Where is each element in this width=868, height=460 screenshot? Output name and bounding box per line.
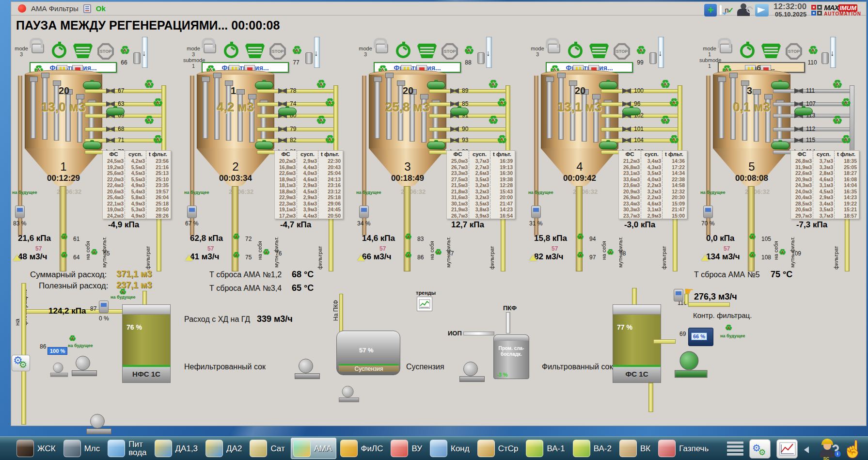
valve-69-percent[interactable]: 66 %	[691, 333, 707, 340]
filtration-mode-icon[interactable]	[589, 44, 609, 58]
drain-widget[interactable]	[794, 108, 813, 115]
recycle-icon[interactable]: ♻A	[841, 134, 852, 145]
taskbar-item-газпечь[interactable]: Газпечь	[656, 438, 712, 459]
drain-widget[interactable]	[83, 142, 101, 149]
top-valve-recycle-icon[interactable]: ♻A	[808, 45, 819, 56]
taskbar-item-да1,3[interactable]: ДА1,3	[153, 438, 202, 459]
padlock-icon[interactable]	[720, 44, 732, 53]
bottom-valve-actuator[interactable]	[187, 206, 197, 218]
settings-gears-button[interactable]: ⚙⚙	[12, 355, 30, 371]
top-valve-recycle-icon[interactable]: ♻A	[292, 45, 302, 56]
nfs-pump-2[interactable]	[50, 362, 68, 377]
recycle-icon-b3[interactable]: ♻A	[725, 324, 732, 332]
recycle-icon[interactable]: ♻A	[144, 79, 155, 90]
recycle-icon[interactable]: ♻A	[325, 134, 335, 145]
drain-widget[interactable]	[599, 81, 617, 89]
top-valve-recycle-icon[interactable]: ♻A	[464, 45, 474, 56]
recycle-icon[interactable]: ♻A	[61, 233, 68, 241]
filtration-mode-icon[interactable]	[761, 44, 781, 58]
recycle-icon[interactable]: ♻A	[144, 114, 155, 126]
drain-widget[interactable]	[450, 108, 469, 115]
drain-widget[interactable]	[427, 142, 445, 149]
drain-widget[interactable]	[771, 142, 789, 149]
padlock-icon[interactable]	[32, 44, 44, 53]
taskbar-item-млс[interactable]: Млс	[62, 438, 104, 459]
recycle-icon[interactable]: ♻A	[577, 233, 584, 241]
padlock-icon[interactable]	[376, 44, 388, 53]
recycle-icon[interactable]: ♻A	[405, 251, 412, 259]
stop-icon[interactable]: STOP	[269, 43, 286, 60]
drain-widget[interactable]	[278, 108, 297, 115]
top-valve-body[interactable]	[133, 52, 141, 64]
recycle-icon[interactable]: ♻A	[779, 248, 786, 256]
recycle-icon[interactable]: ♻A	[749, 251, 756, 259]
top-valve-body[interactable]	[305, 52, 313, 64]
recycle-icon[interactable]: ♻A	[497, 134, 507, 145]
drain-widget[interactable]	[83, 81, 101, 89]
top-valve-recycle-icon[interactable]: ♻A	[120, 45, 130, 56]
recycle-icon[interactable]: ♻A	[153, 97, 163, 109]
chat-icon[interactable]	[720, 6, 722, 15]
suspension-pump-2[interactable]	[339, 385, 359, 402]
stop-icon[interactable]: STOP	[614, 43, 630, 60]
filtration-mode-icon[interactable]	[417, 44, 437, 58]
operator-icon[interactable]	[736, 3, 752, 17]
stopwatch-icon[interactable]	[568, 44, 583, 58]
filtrate-pump[interactable]	[675, 350, 708, 378]
recycle-icon[interactable]: ♻A	[607, 248, 614, 256]
taskbar-item-сат[interactable]: Сат	[248, 438, 288, 459]
stopwatch-icon[interactable]	[396, 44, 410, 58]
recycle-icon[interactable]: ♻A	[61, 251, 68, 259]
recycle-icon[interactable]: ♻A	[316, 114, 327, 126]
drain-widget[interactable]	[599, 142, 617, 149]
bottom-valve-actuator[interactable]	[703, 206, 713, 218]
taskbar-gears-button[interactable]: ⚙⚙	[749, 439, 771, 459]
line-pump[interactable]	[86, 413, 111, 434]
top-valve-recycle-icon[interactable]: ♻A	[636, 45, 647, 56]
drain-widget[interactable]	[255, 81, 273, 89]
taskbar-trends-button[interactable]	[776, 439, 798, 459]
recycle-icon[interactable]: ♻A	[435, 248, 442, 256]
menu-lines-icon[interactable]	[727, 442, 743, 456]
prom-pump[interactable]	[459, 361, 485, 382]
padlock-icon[interactable]	[204, 44, 216, 53]
recycle-icon[interactable]: ♻A	[488, 114, 499, 126]
recycle-icon[interactable]: ♻A	[577, 251, 584, 259]
bottom-valve-actuator[interactable]	[359, 206, 369, 218]
recycle-icon[interactable]: ♻A	[749, 233, 756, 241]
filtration-mode-icon[interactable]	[73, 44, 93, 58]
top-valve-body[interactable]	[477, 52, 485, 64]
taskbar-item-пит-вода[interactable]: Пит вода	[106, 438, 150, 459]
taskbar-item-ва-2[interactable]: ВА-2	[571, 438, 615, 459]
trends-button[interactable]	[417, 297, 432, 311]
taskbar-item-филс[interactable]: ФиЛС	[338, 438, 387, 459]
recycle-icon[interactable]: ♻A	[669, 134, 679, 145]
taskbar-item-ама[interactable]: АМА	[291, 438, 336, 459]
taskbar-item-да2[interactable]: ДА2	[204, 438, 246, 459]
recycle-icon[interactable]: ♻A	[325, 97, 335, 109]
stopwatch-icon[interactable]	[740, 44, 755, 58]
taskbar-item-конд[interactable]: Конд	[428, 438, 473, 459]
recycle-icon[interactable]: ♻A	[405, 233, 412, 241]
messenger-icon[interactable]	[755, 4, 769, 16]
stopwatch-icon[interactable]	[224, 44, 238, 58]
recycle-icon[interactable]: ♻A	[832, 114, 843, 126]
add-icon[interactable]: +	[704, 4, 717, 16]
recycle-icon[interactable]: ♻A	[497, 97, 507, 109]
drain-widget[interactable]	[622, 108, 641, 115]
bottom-valve-actuator[interactable]	[15, 206, 25, 218]
recycle-icon[interactable]: ♻A	[841, 97, 852, 109]
recycle-icon[interactable]: ♻A	[669, 97, 679, 109]
stop-icon[interactable]: STOP	[442, 43, 458, 60]
taskbar-item-ву[interactable]: ВУ	[389, 438, 426, 459]
recycle-icon[interactable]: ♻A	[153, 134, 163, 145]
suspension-pump[interactable]	[295, 358, 320, 379]
valve-87-actuator[interactable]	[99, 301, 109, 313]
stop-icon[interactable]: STOP	[786, 43, 802, 60]
taskbar-item-ва-1[interactable]: ВА-1	[524, 438, 568, 459]
top-valve-body[interactable]	[821, 52, 829, 64]
recycle-icon-b1[interactable]: ♻A	[119, 288, 126, 296]
valve-116-actuator[interactable]	[674, 289, 683, 301]
recycle-icon[interactable]: ♻A	[316, 79, 327, 90]
drain-widget[interactable]	[771, 81, 789, 89]
